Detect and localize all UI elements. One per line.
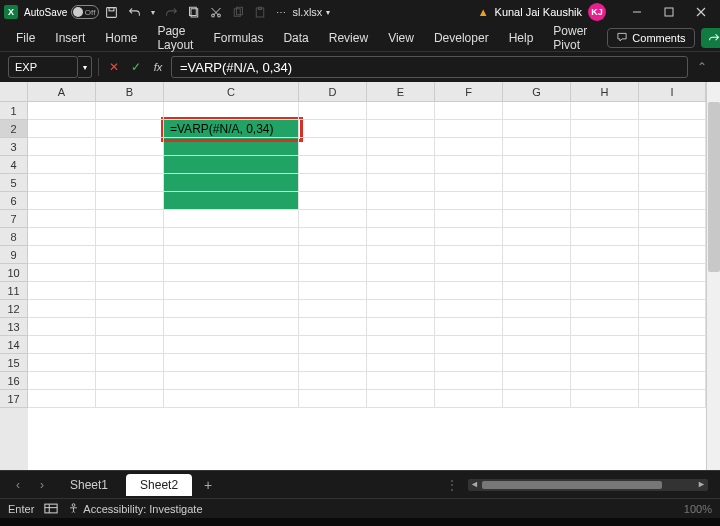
user-name: Kunal Jai Kaushik: [495, 6, 582, 18]
svg-rect-12: [45, 504, 57, 513]
scroll-right-icon[interactable]: ►: [697, 479, 706, 489]
svg-rect-0: [107, 7, 117, 17]
row-header[interactable]: 10: [0, 264, 28, 282]
row-header[interactable]: 5: [0, 174, 28, 192]
vertical-scrollbar[interactable]: [706, 82, 720, 470]
tab-review[interactable]: Review: [329, 31, 368, 45]
tab-page-layout[interactable]: Page Layout: [157, 24, 193, 52]
tab-power-pivot[interactable]: Power Pivot: [553, 24, 587, 52]
redo-icon[interactable]: [165, 6, 178, 19]
tab-formulas[interactable]: Formulas: [213, 31, 263, 45]
tab-home[interactable]: Home: [105, 31, 137, 45]
col-header[interactable]: I: [639, 82, 706, 102]
row-header[interactable]: 15: [0, 354, 28, 372]
tab-file[interactable]: File: [16, 31, 35, 45]
sheet-nav-prev-icon[interactable]: ‹: [8, 478, 28, 492]
row-header[interactable]: 4: [0, 156, 28, 174]
add-sheet-button[interactable]: +: [196, 477, 220, 493]
autosave-toggle[interactable]: AutoSave Off: [24, 5, 99, 19]
share-button[interactable]: ▾: [701, 28, 720, 48]
tab-insert[interactable]: Insert: [55, 31, 85, 45]
window-controls: [622, 1, 716, 23]
col-header[interactable]: D: [299, 82, 367, 102]
row-header[interactable]: 6: [0, 192, 28, 210]
maximize-button[interactable]: [654, 1, 684, 23]
row-header[interactable]: 8: [0, 228, 28, 246]
row-header[interactable]: 2: [0, 120, 28, 138]
fx-icon[interactable]: fx: [149, 58, 167, 76]
svg-rect-1: [109, 7, 114, 10]
excel-icon: X: [4, 5, 18, 19]
clipboard-icon[interactable]: [188, 6, 200, 19]
warning-icon: ▲: [478, 6, 489, 18]
enter-icon[interactable]: ✓: [127, 58, 145, 76]
horizontal-scrollbar[interactable]: ◄ ►: [468, 479, 708, 491]
user-account[interactable]: ▲ Kunal Jai Kaushik KJ: [478, 3, 606, 21]
row-header[interactable]: 9: [0, 246, 28, 264]
scroll-left-icon[interactable]: ◄: [470, 479, 479, 489]
filename[interactable]: sl.xlsx ▾: [292, 6, 330, 18]
worksheet: A B C D E F G H I 1 2 3 4 5 6 7 8 9 10 1…: [0, 82, 720, 470]
row-header[interactable]: 17: [0, 390, 28, 408]
row-header[interactable]: 1: [0, 102, 28, 120]
cell-grid[interactable]: =VARP(#N/A, 0,34): [28, 102, 706, 470]
name-box[interactable]: EXP: [8, 56, 78, 78]
formula-input[interactable]: =VARP(#N/A, 0,34): [171, 56, 688, 78]
close-button[interactable]: [686, 1, 716, 23]
col-header[interactable]: F: [435, 82, 503, 102]
expand-formula-bar-icon[interactable]: ⌃: [692, 60, 712, 74]
bottom-strip: [0, 518, 720, 526]
tab-help[interactable]: Help: [509, 31, 534, 45]
cut-icon[interactable]: [210, 6, 222, 19]
comment-icon: [616, 32, 628, 43]
sheet-tab[interactable]: Sheet1: [56, 474, 122, 496]
mode-indicator: Enter: [8, 503, 34, 515]
comments-button[interactable]: Comments: [607, 28, 694, 48]
minimize-button[interactable]: [622, 1, 652, 23]
row-header[interactable]: 3: [0, 138, 28, 156]
name-box-dropdown[interactable]: ▾: [78, 56, 92, 78]
cancel-icon[interactable]: ✕: [105, 58, 123, 76]
autosave-label: AutoSave: [24, 7, 67, 18]
select-all-corner[interactable]: [0, 82, 28, 102]
avatar[interactable]: KJ: [588, 3, 606, 21]
col-header[interactable]: A: [28, 82, 96, 102]
zoom-level[interactable]: 100%: [684, 503, 712, 515]
qat-overflow-icon[interactable]: ⋯: [276, 7, 286, 18]
row-header[interactable]: 7: [0, 210, 28, 228]
col-header[interactable]: E: [367, 82, 435, 102]
undo-dropdown-icon[interactable]: ▾: [151, 8, 155, 17]
scroll-thumb[interactable]: [708, 102, 720, 272]
chevron-down-icon: ▾: [326, 8, 330, 17]
undo-icon[interactable]: [128, 6, 141, 19]
ribbon-tabs: File Insert Home Page Layout Formulas Da…: [0, 24, 720, 52]
stats-icon[interactable]: [44, 503, 58, 514]
scroll-thumb[interactable]: [482, 481, 662, 489]
row-header[interactable]: 13: [0, 318, 28, 336]
formula-bar: EXP ▾ ✕ ✓ fx =VARP(#N/A, 0,34) ⌃: [0, 52, 720, 82]
title-bar: X AutoSave Off ▾ ⋯ sl.xlsx ▾ ▲ Kunal Jai…: [0, 0, 720, 24]
accessibility-button[interactable]: Accessibility: Investigate: [68, 503, 202, 515]
row-header[interactable]: 16: [0, 372, 28, 390]
sheet-nav-next-icon[interactable]: ›: [32, 478, 52, 492]
col-header[interactable]: C: [164, 82, 299, 102]
toggle-switch[interactable]: Off: [71, 5, 99, 19]
copy-icon[interactable]: [232, 6, 244, 19]
column-headers: A B C D E F G H I: [28, 82, 706, 102]
save-icon[interactable]: [105, 6, 118, 19]
row-header[interactable]: 12: [0, 300, 28, 318]
col-header[interactable]: H: [571, 82, 639, 102]
paste-icon[interactable]: [254, 6, 266, 19]
tab-data[interactable]: Data: [283, 31, 308, 45]
tab-developer[interactable]: Developer: [434, 31, 489, 45]
status-bar: Enter Accessibility: Investigate 100%: [0, 498, 720, 518]
row-header[interactable]: 14: [0, 336, 28, 354]
row-header[interactable]: 11: [0, 282, 28, 300]
col-header[interactable]: B: [96, 82, 164, 102]
qat: ▾ ⋯: [105, 6, 286, 19]
sheet-tab-active[interactable]: Sheet2: [126, 474, 192, 496]
svg-rect-11: [665, 8, 673, 16]
tab-separator: ⋮: [446, 478, 458, 492]
col-header[interactable]: G: [503, 82, 571, 102]
tab-view[interactable]: View: [388, 31, 414, 45]
